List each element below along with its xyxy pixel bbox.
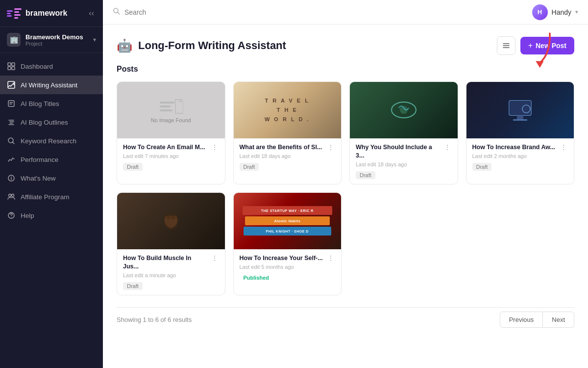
sidebar-item-ai-writing-label: AI Writing Assistant xyxy=(21,81,77,89)
project-selector[interactable]: 🏢 Bramework Demos Project ▾ xyxy=(0,27,103,53)
showing-text: Showing 1 to 6 of 6 results xyxy=(117,316,192,323)
post-title-3: Why You Should Include a 3... xyxy=(356,143,440,160)
post-card-2[interactable]: T R A V E LT H EW O R L D . What are the… xyxy=(233,81,342,184)
sidebar-item-affiliate-label: Affiliate Program xyxy=(21,193,70,201)
sidebar-collapse-btn[interactable]: ‹‹ xyxy=(87,7,96,20)
post-menu-btn-3[interactable]: ⋮ xyxy=(443,143,452,151)
sidebar-item-performance[interactable]: Performance xyxy=(0,150,103,169)
previous-button[interactable]: Previous xyxy=(500,312,543,328)
svg-rect-5 xyxy=(14,14,21,16)
post-status-1: Draft xyxy=(123,163,143,171)
sidebar-item-dashboard-label: Dashboard xyxy=(21,63,53,70)
topbar: H Handy ▾ xyxy=(103,0,588,25)
post-card-6[interactable]: THE STARTUP WAY · ERIC R Atomic Habits P… xyxy=(233,192,342,295)
ai-blog-titles-icon xyxy=(7,99,16,108)
post-card-5[interactable]: How To Build Muscle In Jus... ⋮ Last edi… xyxy=(117,192,225,295)
sidebar-logo: bramework ‹‹ xyxy=(0,0,103,27)
post-menu-btn-5[interactable]: ⋮ xyxy=(210,254,219,262)
ai-writing-icon xyxy=(7,80,16,89)
book-2: Atomic Habits xyxy=(245,216,330,225)
svg-point-24 xyxy=(12,194,14,197)
posts-section-label: Posts xyxy=(117,65,574,74)
post-card-4[interactable]: How To Increase Brand Aw... ⋮ Last edit … xyxy=(466,81,575,184)
sidebar: bramework ‹‹ 🏢 Bramework Demos Project ▾… xyxy=(0,0,103,368)
svg-rect-1 xyxy=(7,13,11,14)
post-title-1: How To Create An Email M... xyxy=(123,143,207,152)
post-info-3: Why You Should Include a 3... ⋮ Last edi… xyxy=(350,138,458,184)
page-title-emoji: 🤖 xyxy=(117,38,132,53)
sidebar-item-ai-writing[interactable]: AI Writing Assistant xyxy=(0,76,103,94)
post-meta-6: Last edit 5 months ago xyxy=(240,264,336,270)
vr-icon xyxy=(389,99,418,121)
svg-rect-12 xyxy=(8,101,14,106)
user-name: Handy xyxy=(552,8,571,16)
post-menu-btn-6[interactable]: ⋮ xyxy=(326,254,335,262)
post-meta-5: Last edit a minute ago xyxy=(123,272,219,278)
sidebar-item-ai-blog-outlines[interactable]: AI Blog Outlines xyxy=(0,113,103,131)
post-title-row-3: Why You Should Include a 3... ⋮ xyxy=(356,143,452,160)
no-image-icon xyxy=(159,98,183,117)
svg-line-28 xyxy=(118,12,120,14)
svg-rect-32 xyxy=(160,102,174,104)
post-card-3[interactable]: Why You Should Include a 3... ⋮ Last edi… xyxy=(349,81,458,184)
help-icon xyxy=(7,211,16,220)
search-bar[interactable] xyxy=(113,7,222,17)
svg-line-19 xyxy=(13,142,15,144)
post-meta-4: Last edit 2 months ago xyxy=(472,153,568,159)
post-title-row-2: What are the Benefits of Sl... ⋮ xyxy=(240,143,336,152)
content-area: 🤖 Long-Form Writing Assistant + New Post… xyxy=(103,25,588,368)
svg-rect-4 xyxy=(14,11,19,13)
user-area[interactable]: H Handy ▾ xyxy=(532,4,578,20)
list-view-button[interactable] xyxy=(497,36,515,55)
search-icon xyxy=(113,7,121,17)
project-name: Bramework Demos xyxy=(25,33,88,41)
post-title-2: What are the Benefits of Sl... xyxy=(240,143,324,152)
sidebar-nav: Dashboard AI Writing Assistant AI Blog T… xyxy=(0,53,103,368)
post-menu-btn-2[interactable]: ⋮ xyxy=(326,143,335,151)
post-menu-btn-4[interactable]: ⋮ xyxy=(559,143,568,151)
post-title-6: How To Increase Your Self-... xyxy=(240,254,324,263)
performance-icon xyxy=(7,155,16,164)
post-menu-btn-1[interactable]: ⋮ xyxy=(210,143,219,151)
sidebar-item-performance-label: Performance xyxy=(21,156,58,163)
muscle-icon xyxy=(156,209,186,233)
sidebar-item-keyword-research[interactable]: Keyword Research xyxy=(0,131,103,150)
brand-icon xyxy=(504,98,536,123)
post-status-4: Draft xyxy=(472,163,492,171)
svg-point-26 xyxy=(11,217,11,217)
post-title-row-4: How To Increase Brand Aw... ⋮ xyxy=(472,143,568,152)
post-info-5: How To Build Muscle In Jus... ⋮ Last edi… xyxy=(117,249,225,295)
muscle-thumbnail xyxy=(117,193,225,249)
sidebar-item-help[interactable]: Help xyxy=(0,206,103,225)
pagination-row: Showing 1 to 6 of 6 results Previous Nex… xyxy=(117,307,574,328)
post-info-6: How To Increase Your Self-... ⋮ Last edi… xyxy=(234,249,342,287)
post-info-4: How To Increase Brand Aw... ⋮ Last edit … xyxy=(466,138,574,176)
sidebar-item-whats-new[interactable]: What's New xyxy=(0,169,103,187)
svg-rect-8 xyxy=(12,63,15,66)
post-status-2: Draft xyxy=(240,163,259,171)
svg-rect-6 xyxy=(14,17,18,19)
sidebar-item-affiliate[interactable]: Affiliate Program xyxy=(0,187,103,206)
post-meta-1: Last edit 7 minutes ago xyxy=(123,153,219,159)
empty-slot-1 xyxy=(349,192,458,295)
svg-rect-33 xyxy=(160,105,171,107)
book-3: PHIL KNIGHT · SHOE D xyxy=(244,227,331,236)
post-status-6: Published xyxy=(240,274,273,282)
project-chevron-icon: ▾ xyxy=(93,36,96,43)
sidebar-item-ai-blog-titles[interactable]: AI Blog Titles xyxy=(0,94,103,113)
next-button[interactable]: Next xyxy=(543,312,574,328)
new-post-button[interactable]: + New Post xyxy=(520,37,574,54)
sidebar-item-dashboard[interactable]: Dashboard xyxy=(0,57,103,76)
book-1: THE STARTUP WAY · ERIC R xyxy=(243,206,332,215)
sidebar-item-help-label: Help xyxy=(21,212,34,219)
post-status-5: Draft xyxy=(123,282,143,290)
post-meta-3: Last edit 18 days ago xyxy=(356,161,452,167)
search-input[interactable] xyxy=(124,8,222,16)
new-post-label: New Post xyxy=(536,42,566,50)
svg-rect-9 xyxy=(8,67,11,70)
logo-text: bramework xyxy=(25,9,67,18)
post-card-1[interactable]: No Image Found How To Create An Email M.… xyxy=(117,81,225,184)
travel-thumbnail: T R A V E LT H EW O R L D . xyxy=(234,82,342,138)
no-image-thumbnail: No Image Found xyxy=(117,82,225,138)
svg-rect-7 xyxy=(8,63,11,66)
